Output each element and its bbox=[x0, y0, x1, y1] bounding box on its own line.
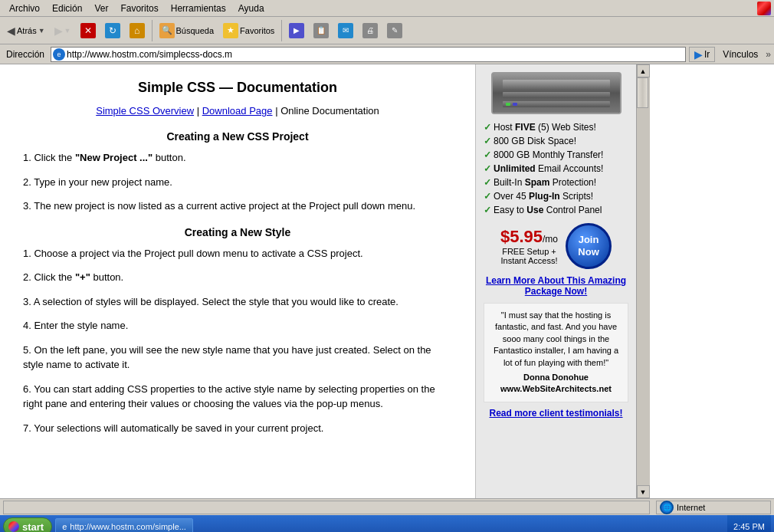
feature-item: ✓ Host FIVE (5) Web Sites! bbox=[484, 122, 628, 133]
feature-list: ✓ Host FIVE (5) Web Sites! ✓ 800 GB Disk… bbox=[484, 122, 628, 215]
address-input[interactable] bbox=[67, 49, 684, 60]
testimonial-quote: "I must say that the hosting is fantasti… bbox=[494, 310, 618, 367]
check-icon: ✓ bbox=[484, 177, 491, 188]
start-windows-icon bbox=[8, 521, 19, 532]
check-icon: ✓ bbox=[484, 205, 491, 215]
go-button[interactable]: ▶ Ir bbox=[689, 47, 715, 62]
feature-text-5: Built-In Spam Protection! bbox=[494, 177, 596, 188]
check-icon: ✓ bbox=[484, 163, 491, 174]
taskbar-ie-label: http://www.hostm.com/simple... bbox=[70, 522, 186, 531]
step-2-1: 1. Choose a project via the Project pull… bbox=[23, 246, 452, 261]
feature-text-4: Unlimited Email Accounts! bbox=[494, 163, 603, 174]
step-2-2: 2. Click the "+" button. bbox=[23, 270, 452, 285]
check-icon: ✓ bbox=[484, 191, 491, 202]
feature-item: ✓ 8000 GB Monthly Transfer! bbox=[484, 149, 628, 160]
menu-ver[interactable]: Ver bbox=[88, 2, 114, 15]
section-title-2: Creating a New Style bbox=[23, 226, 452, 238]
status-bar: 🌐 Internet bbox=[0, 498, 774, 515]
nav-sep-1: | bbox=[197, 105, 202, 117]
taskbar-active-area: e http://www.hostm.com/simple... bbox=[52, 518, 727, 532]
testimonial-website: www.WebSiteArchitects.net bbox=[490, 383, 621, 395]
taskbar-system-tray: 2:45 PM bbox=[727, 515, 771, 532]
learn-more-link[interactable]: Learn More About This Amazing Package No… bbox=[486, 275, 626, 297]
start-button[interactable]: start bbox=[3, 517, 52, 532]
step-1-3: 3. The new project is now listed as a cu… bbox=[23, 199, 452, 214]
feature-text-2: 800 GB Disk Space! bbox=[494, 136, 576, 146]
scroll-track[interactable] bbox=[637, 77, 650, 485]
feature-text-7: Easy to Use Control Panel bbox=[494, 205, 602, 215]
nav-download-link[interactable]: Download Page bbox=[202, 105, 273, 117]
learn-more-section: Learn More About This Amazing Package No… bbox=[484, 275, 628, 297]
feature-item: ✓ Unlimited Email Accounts! bbox=[484, 163, 628, 174]
read-more-link[interactable]: Read more client testimonials! bbox=[489, 408, 622, 419]
feature-text-3: 8000 GB Monthly Transfer! bbox=[494, 149, 603, 160]
nav-online: Online Documentation bbox=[280, 105, 379, 117]
step-2-5: 5. On the left pane, you will see the ne… bbox=[23, 343, 452, 373]
history-button[interactable]: 📋 bbox=[310, 21, 333, 41]
content-wrap: Simple CSS — Documentation Simple CSS Ov… bbox=[0, 64, 774, 498]
step-2-7: 7. Your selections will automatically be… bbox=[23, 421, 452, 436]
back-button[interactable]: ◀ Atrás ▼ bbox=[3, 22, 49, 39]
scroll-up-button[interactable]: ▲ bbox=[637, 64, 650, 77]
status-ready bbox=[3, 501, 650, 514]
price-amount: $5.95/mo bbox=[500, 227, 558, 247]
edit-button[interactable]: ✎ bbox=[383, 21, 406, 41]
server-image bbox=[491, 72, 621, 114]
nav-overview-link[interactable]: Simple CSS Overview bbox=[96, 105, 194, 117]
ie-logo-icon: e bbox=[53, 48, 65, 61]
ie-globe-icon: 🌐 bbox=[660, 501, 674, 514]
check-icon: ✓ bbox=[484, 149, 491, 160]
step-2-4: 4. Enter the style name. bbox=[23, 318, 452, 333]
price-display: $5.95/mo FREE Setup +Instant Access! bbox=[500, 227, 558, 265]
feature-text-1: Host FIVE (5) Web Sites! bbox=[494, 122, 596, 133]
address-input-wrap: e bbox=[51, 47, 686, 62]
feature-item: ✓ Over 45 Plug-In Scripts! bbox=[484, 191, 628, 202]
main-content: Simple CSS — Documentation Simple CSS Ov… bbox=[0, 64, 475, 498]
vertical-scrollbar: ▲ ▼ bbox=[636, 64, 649, 498]
step-1-1: 1. Click the "New Project ..." button. bbox=[23, 150, 452, 166]
print-button[interactable]: 🖨 bbox=[359, 21, 382, 41]
scroll-thumb[interactable] bbox=[637, 77, 648, 108]
feature-item: ✓ 800 GB Disk Space! bbox=[484, 136, 628, 146]
menu-ayuda[interactable]: Ayuda bbox=[232, 2, 271, 15]
taskbar-ie-item[interactable]: e http://www.hostm.com/simple... bbox=[55, 518, 193, 532]
favorites-button[interactable]: ★ Favoritos bbox=[219, 21, 278, 41]
menu-edicion[interactable]: Edición bbox=[46, 2, 88, 15]
zone-label: Internet bbox=[677, 503, 705, 512]
read-more-section: Read more client testimonials! bbox=[484, 407, 628, 419]
browser-content: Simple CSS — Documentation Simple CSS Ov… bbox=[0, 64, 774, 498]
feature-text-6: Over 45 Plug-In Scripts! bbox=[494, 191, 593, 202]
scroll-down-button[interactable]: ▼ bbox=[637, 485, 650, 498]
price-section: $5.95/mo FREE Setup +Instant Access! Joi… bbox=[484, 223, 628, 269]
home-button[interactable]: ⌂ bbox=[126, 21, 149, 41]
menu-herramientas[interactable]: Herramientas bbox=[165, 2, 232, 15]
tray-time: 2:45 PM bbox=[733, 522, 765, 531]
menu-favoritos[interactable]: Favoritos bbox=[114, 2, 164, 15]
links-chevron-icon: » bbox=[766, 49, 771, 60]
step-1-1-bold: "New Project ..." bbox=[75, 152, 153, 163]
price-sub: FREE Setup +Instant Access! bbox=[500, 247, 558, 265]
stop-button[interactable]: ✕ bbox=[77, 21, 100, 41]
check-icon: ✓ bbox=[484, 136, 491, 146]
status-zone: 🌐 Internet bbox=[656, 501, 771, 514]
step-2-3: 3. A selection of styles will be display… bbox=[23, 294, 452, 310]
price-value: $5.95 bbox=[500, 227, 543, 246]
refresh-button[interactable]: ↻ bbox=[101, 21, 124, 41]
media-button[interactable]: ▶ bbox=[285, 21, 308, 41]
check-icon: ✓ bbox=[484, 122, 491, 133]
links-button[interactable]: Vínculos bbox=[718, 49, 763, 60]
windows-logo-icon bbox=[757, 2, 771, 15]
search-button[interactable]: 🔍 Búsqueda bbox=[156, 21, 218, 41]
toolbar: ◀ Atrás ▼ ▶ ▼ ✕ ↻ ⌂ 🔍 Búsqueda ★ Favorit… bbox=[0, 17, 774, 44]
mail-button[interactable]: ✉ bbox=[334, 21, 357, 41]
step-2-2-bold: "+" bbox=[75, 271, 90, 283]
separator-2 bbox=[281, 20, 282, 41]
menu-archivo[interactable]: Archivo bbox=[3, 2, 46, 15]
nav-links: Simple CSS Overview | Download Page | On… bbox=[23, 105, 452, 117]
address-label: Dirección bbox=[3, 49, 48, 60]
taskbar-ie-icon: e bbox=[62, 522, 67, 531]
forward-button[interactable]: ▶ ▼ bbox=[51, 22, 75, 39]
section-title-1: Creating a New CSS Project bbox=[23, 130, 452, 143]
feature-item: ✓ Easy to Use Control Panel bbox=[484, 205, 628, 215]
join-now-button[interactable]: Join Now bbox=[566, 223, 612, 269]
